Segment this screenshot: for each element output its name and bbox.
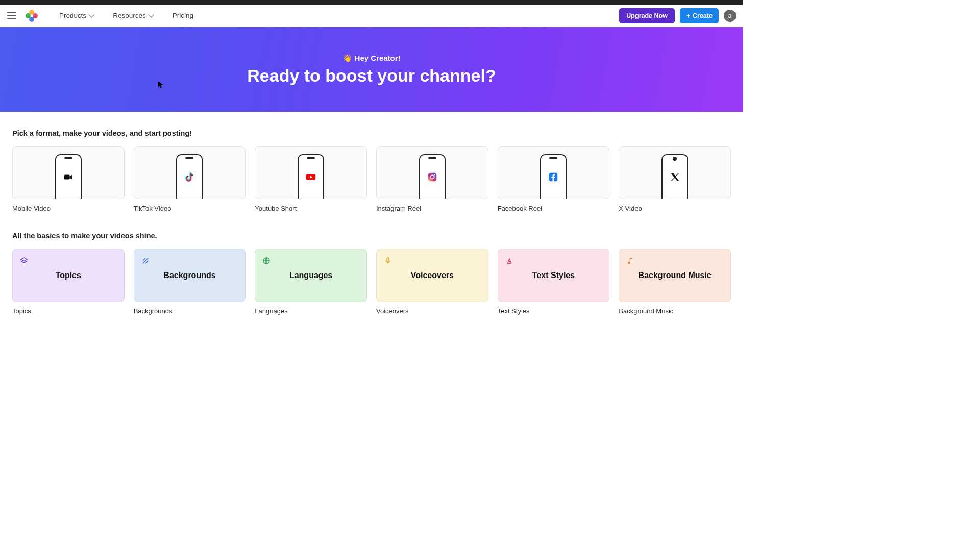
feature-label: Voiceovers: [376, 307, 488, 315]
feature-title: Backgrounds: [163, 271, 215, 280]
svg-rect-0: [64, 174, 70, 179]
music-note-icon: [626, 257, 634, 265]
phone-frame: [55, 154, 82, 199]
nav-resources[interactable]: Resources: [113, 12, 153, 19]
format-youtube-short[interactable]: Youtube Short: [255, 146, 367, 212]
format-x-video[interactable]: X Video: [619, 146, 731, 212]
nav-pricing-label: Pricing: [173, 12, 193, 19]
texture-icon: [141, 257, 150, 265]
chevron-down-icon: [89, 12, 94, 17]
feature-topics[interactable]: Topics Topics: [12, 249, 125, 315]
nav-pricing[interactable]: Pricing: [173, 12, 193, 19]
format-mobile-video[interactable]: Mobile Video: [12, 146, 125, 212]
feature-label: Text Styles: [498, 307, 610, 315]
feature-background-music[interactable]: Background Music Background Music: [619, 249, 731, 315]
format-box: [255, 146, 367, 199]
format-label: Youtube Short: [255, 205, 367, 212]
feature-title: Voiceovers: [411, 271, 454, 280]
format-box: [498, 146, 610, 199]
app-logo[interactable]: [26, 10, 38, 22]
hero-banner: 👋 Hey Creator! Ready to boost your chann…: [0, 27, 743, 112]
svg-rect-8: [387, 258, 389, 261]
format-label: Mobile Video: [12, 205, 125, 212]
format-label: Facebook Reel: [498, 205, 610, 212]
browser-top-shadow: [0, 0, 743, 5]
instagram-icon: [427, 171, 438, 183]
format-label: Instagram Reel: [376, 205, 488, 212]
svg-rect-2: [428, 173, 437, 182]
feature-title: Languages: [289, 271, 332, 280]
nav-links: Products Resources Pricing: [59, 12, 193, 19]
feature-label: Topics: [12, 307, 125, 315]
chevron-down-icon: [148, 12, 154, 17]
hamburger-menu-icon[interactable]: [7, 12, 16, 19]
upgrade-button[interactable]: Upgrade Now: [619, 8, 675, 23]
tiktok-icon: [184, 171, 195, 183]
format-label: X Video: [619, 205, 731, 212]
youtube-icon: [305, 171, 316, 183]
phone-frame: [298, 154, 324, 199]
feature-label: Background Music: [619, 307, 731, 315]
phone-frame: [419, 154, 446, 199]
format-box: [12, 146, 125, 199]
layers-icon: [20, 257, 28, 265]
microphone-icon: [384, 257, 392, 265]
feature-languages[interactable]: Languages Languages: [255, 249, 367, 315]
format-label: TikTok Video: [134, 205, 246, 212]
feature-title: Topics: [56, 271, 81, 280]
feature-title: Text Styles: [532, 271, 575, 280]
format-box: [134, 146, 246, 199]
feature-box: Background Music: [619, 249, 731, 302]
feature-title: Background Music: [639, 271, 712, 280]
hero-greeting: 👋 Hey Creator!: [342, 54, 400, 63]
svg-point-4: [434, 174, 435, 175]
feature-label: Languages: [255, 307, 367, 315]
globe-icon: [262, 257, 271, 265]
hero-headline: Ready to boost your channel?: [247, 66, 496, 86]
feature-box: Topics: [12, 249, 125, 302]
avatar[interactable]: a: [724, 10, 736, 22]
phone-frame: [176, 154, 203, 199]
formats-section-label: Pick a format, make your videos, and sta…: [12, 129, 731, 137]
feature-backgrounds[interactable]: Backgrounds Backgrounds: [134, 249, 246, 315]
formats-grid: Mobile Video TikTok Video Youtube Short: [12, 146, 731, 212]
mouse-cursor-icon: [158, 81, 163, 88]
feature-voiceovers[interactable]: Voiceovers Voiceovers: [376, 249, 488, 315]
x-icon: [669, 171, 680, 183]
basics-section-label: All the basics to make your videos shine…: [12, 232, 731, 240]
hero-greeting-text: Hey Creator!: [355, 54, 401, 62]
create-button-label: Create: [693, 12, 713, 19]
feature-box: Text Styles: [498, 249, 610, 302]
format-facebook-reel[interactable]: Facebook Reel: [498, 146, 610, 212]
format-instagram-reel[interactable]: Instagram Reel: [376, 146, 488, 212]
text-style-icon: [505, 257, 513, 265]
format-tiktok-video[interactable]: TikTok Video: [134, 146, 246, 212]
feature-text-styles[interactable]: Text Styles Text Styles: [498, 249, 610, 315]
nav-resources-label: Resources: [113, 12, 146, 19]
format-box: [619, 146, 731, 199]
navbar: Products Resources Pricing Upgrade Now +…: [0, 5, 743, 27]
nav-right: Upgrade Now + Create a: [619, 8, 736, 23]
format-box: [376, 146, 488, 199]
nav-products[interactable]: Products: [59, 12, 93, 19]
feature-label: Backgrounds: [134, 307, 246, 315]
phone-frame: [662, 154, 688, 199]
wave-icon: 👋: [342, 54, 352, 62]
main-content: Pick a format, make your videos, and sta…: [0, 112, 743, 315]
plus-icon: +: [686, 12, 690, 19]
feature-box: Languages: [255, 249, 367, 302]
camera-icon: [63, 171, 74, 183]
features-grid: Topics Topics Backgrounds Backgrounds La…: [12, 249, 731, 315]
facebook-icon: [548, 171, 559, 183]
create-button[interactable]: + Create: [680, 8, 719, 23]
phone-frame: [540, 154, 567, 199]
feature-box: Voiceovers: [376, 249, 488, 302]
nav-products-label: Products: [59, 12, 86, 19]
feature-box: Backgrounds: [134, 249, 246, 302]
